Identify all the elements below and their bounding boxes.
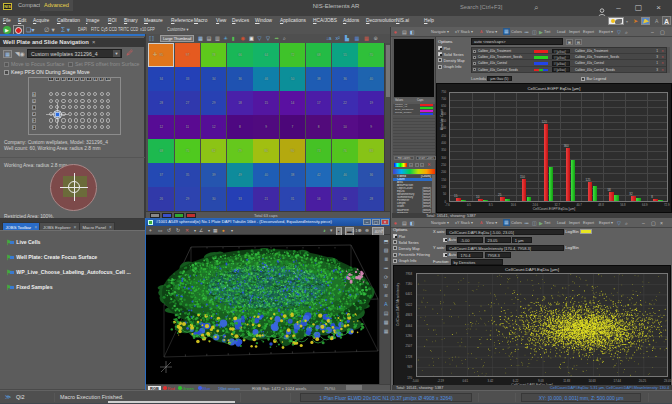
heatmap-cell-r1c2[interactable]: 97 — [175, 43, 201, 66]
funnel-icon[interactable]: ▽ — [617, 220, 621, 227]
well-B5[interactable] — [74, 99, 78, 103]
customize-button[interactable]: Customize ▾ — [167, 26, 189, 34]
volume-tool-icon-3[interactable]: ↺ — [167, 227, 171, 234]
well-C5[interactable] — [74, 105, 78, 109]
jobs-tab-3[interactable]: Macro Panel× — [79, 222, 115, 231]
sidebar-tab-1[interactable]: HM Layers — [394, 156, 414, 160]
well-C8[interactable] — [93, 105, 97, 109]
search-icon[interactable]: ⌕ — [534, 3, 538, 13]
snowflake-icon[interactable]: ✳ — [224, 34, 228, 43]
funnel2-icon[interactable]: ▽ — [266, 34, 270, 43]
job-item-1[interactable]: ⚑Live Cells — [6, 238, 41, 247]
stats-icon[interactable]: x² — [336, 34, 340, 43]
window-button-1[interactable]: – — [651, 29, 654, 36]
heatmap-cell-r3c2[interactable]: 27 — [175, 91, 201, 114]
scatter-plot[interactable] — [416, 273, 668, 377]
volume-tool-icon-10[interactable]: ● — [222, 227, 225, 234]
volume-tool-icon-5[interactable]: ✕ — [185, 227, 189, 234]
menu-calibration[interactable]: Calibration — [57, 16, 80, 26]
preview-thumbnail[interactable] — [393, 38, 435, 98]
toolbar-label-view[interactable]: View ▾ — [486, 29, 497, 35]
toolbar-icon-1[interactable]: ⏺ — [394, 220, 397, 227]
graph-mode-icon[interactable]: ▦ — [503, 28, 510, 35]
menu-reference[interactable]: Reference — [171, 16, 193, 26]
heatmap-cell-r4c4[interactable]: 8 — [227, 115, 253, 138]
well-A3[interactable] — [61, 92, 65, 96]
well-A2[interactable] — [55, 92, 59, 96]
window-button-2[interactable]: ▢ — [660, 29, 665, 36]
well-E5[interactable] — [74, 118, 78, 122]
chevron-down-icon[interactable]: ▼ — [113, 50, 120, 57]
export-icon[interactable]: ➦ — [275, 34, 279, 43]
well-C10[interactable] — [106, 105, 110, 109]
heatmap-cell-r2c4[interactable]: 36 — [227, 67, 253, 90]
heatmap-cell-r1c5[interactable]: 64 — [253, 43, 279, 66]
window-button-1[interactable]: – — [642, 220, 645, 227]
heatmap-cell-r6c2[interactable]: 35 — [175, 163, 201, 186]
well-D5[interactable] — [74, 112, 78, 116]
rgb-bars-icon[interactable]: ▮ — [232, 34, 235, 43]
toolbar-mini-icon-3[interactable]: ▶ — [539, 220, 543, 227]
toolbar-icon-2[interactable]: ▤ — [402, 29, 407, 36]
font-large-icon[interactable]: A — [662, 16, 671, 25]
zoom-in-icon[interactable]: ⊕ — [358, 227, 362, 234]
heatmap-cell-r7c1[interactable]: 26 — [148, 187, 174, 210]
heatmap-cell-r5c9[interactable]: 83 — [358, 139, 384, 162]
window-button-2[interactable]: ▢ — [651, 220, 656, 227]
well-A5[interactable] — [74, 92, 78, 96]
well-D8[interactable] — [93, 112, 97, 116]
heatmap-cell-r4c7[interactable]: 8 — [306, 115, 332, 138]
well-E4[interactable] — [68, 118, 72, 122]
heatmap-cell-r1c3[interactable]: 78 — [201, 43, 227, 66]
pfs-offset-checkbox[interactable]: Set PFS offset from Surface — [68, 61, 140, 68]
volume-tool-icon-4[interactable]: ↻ — [176, 227, 180, 234]
toolbar-icon-3[interactable]: ◧ — [410, 29, 415, 36]
lambda-field[interactable]: µm Gau (5) — [487, 76, 511, 81]
xaxis-bin-field[interactable]: 1 µm — [512, 237, 532, 243]
heatmap-cell-r1c8[interactable]: 55 — [332, 43, 358, 66]
menu-file[interactable]: File — [3, 16, 11, 26]
well-E7[interactable] — [87, 118, 91, 122]
lut-down-icon[interactable]: ↓ — [420, 163, 424, 167]
lut-add-icon[interactable]: + — [409, 163, 413, 167]
heatmap-cell-r2c2[interactable]: 33 — [175, 67, 201, 90]
toolbar-label-import[interactable]: Import — [569, 220, 580, 226]
series-delete-icon[interactable]: ✕ — [661, 67, 664, 73]
heatmap-cell-r6c7[interactable]: 42 — [306, 163, 332, 186]
heatmap-cell-r7c3[interactable]: 30 — [201, 187, 227, 210]
series-field[interactable]: # [µGau] — [552, 55, 570, 60]
toolbar-label-export[interactable]: Export — [583, 220, 594, 226]
heatmap-cell-r4c2[interactable]: 11 — [175, 115, 201, 138]
well-F10[interactable] — [106, 125, 110, 129]
yaxis-auto-checkbox[interactable]: Auto — [443, 253, 456, 257]
heatmap-cell-r6c9[interactable]: 36 — [358, 163, 384, 186]
graph-mode-icon[interactable]: ▦ — [503, 219, 510, 226]
toolbar-mini-icon-1[interactable]: ≔ — [524, 220, 529, 227]
volume-tool-icon-1[interactable]: ⌖ — [149, 227, 152, 234]
well-D4[interactable] — [68, 112, 72, 116]
heatmap-cell-r5c2[interactable]: 75 — [175, 139, 201, 162]
volume-tool-icon-9[interactable]: ▦ — [213, 227, 218, 234]
list-icon[interactable]: ▤ — [207, 34, 212, 43]
remove-series-button[interactable]: ⊟ — [575, 39, 582, 45]
heatmap-cell-r3c1[interactable]: 28 — [148, 91, 174, 114]
zoom-icon[interactable]: ⌕ — [625, 220, 628, 227]
volume-tool-icon-8[interactable]: ▾ — [208, 227, 210, 234]
heatmap-cell-r4c6[interactable]: 7 — [280, 115, 306, 138]
doc-restore-button[interactable]: ▢ — [372, 219, 380, 225]
well-C3[interactable] — [61, 105, 65, 109]
well-B3[interactable] — [61, 99, 65, 103]
well-E8[interactable] — [93, 118, 97, 122]
series-checkbox[interactable] — [473, 68, 476, 71]
menu-hcajobs[interactable]: HCA/JOBS — [313, 16, 337, 26]
well-A9[interactable] — [100, 92, 104, 96]
menu-addons[interactable]: Addons — [343, 16, 359, 26]
well-D9[interactable] — [100, 112, 104, 116]
menu-applications[interactable]: Applications — [280, 16, 306, 26]
well-E3[interactable] — [61, 118, 65, 122]
well-C7[interactable] — [87, 105, 91, 109]
job-item-2[interactable]: ⚑Well Plate: Create Focus Surface — [6, 253, 97, 262]
well-D10[interactable] — [106, 112, 110, 116]
heatmap-cell-r6c4[interactable]: 49 — [227, 163, 253, 186]
histo-icon[interactable]: ▙ — [345, 34, 349, 43]
